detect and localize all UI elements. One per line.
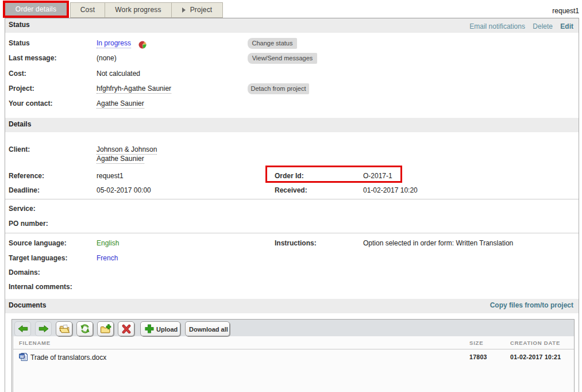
svg-text:W: W: [20, 354, 24, 359]
